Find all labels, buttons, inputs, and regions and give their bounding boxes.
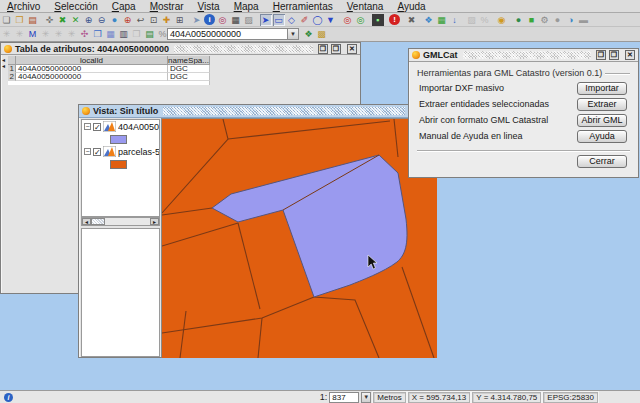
zoom-rect-icon[interactable]: ⊡: [148, 14, 160, 26]
edit-disabled-icon[interactable]: ▨: [466, 14, 478, 26]
layer-item[interactable]: −✓parcelas-5804: [82, 145, 159, 158]
select-lasso-icon[interactable]: ✐: [299, 14, 311, 26]
tree-collapse-icon[interactable]: −: [84, 123, 91, 130]
menu-seleccion[interactable]: Selección: [47, 1, 104, 12]
preferences-tools-icon[interactable]: ✖: [406, 14, 418, 26]
reference-combo-value[interactable]: 404A0050000000: [168, 29, 287, 39]
attribute-table-titlebar[interactable]: Tabla de atributos: 404A0050000000 ❐ ❐ ✕: [1, 43, 360, 55]
layer-item[interactable]: −✓404A0050000: [82, 120, 159, 133]
zoom-extents-icon[interactable]: ✖: [57, 14, 69, 26]
window-grid-icon[interactable]: ▦: [105, 28, 117, 40]
hyperlink-tool-icon[interactable]: ◎: [217, 14, 229, 26]
add-layer-icon[interactable]: ✚: [161, 14, 173, 26]
info-tool-icon[interactable]: i: [204, 14, 215, 25]
menu-mostrar[interactable]: Mostrar: [143, 1, 191, 12]
monitors-icon[interactable]: ▥: [118, 28, 130, 40]
arrow-tool-icon[interactable]: ➤: [191, 14, 203, 26]
attribute-table[interactable]: localIdnameSpa...1404A0050000000DGC2404A…: [8, 56, 210, 85]
combo-dropdown-icon[interactable]: ▼: [287, 29, 298, 39]
cerrar-button[interactable]: Cerrar: [577, 155, 627, 168]
animation-icon[interactable]: ▪: [372, 14, 384, 26]
pan-tool-icon[interactable]: ✜: [44, 14, 56, 26]
menu-ayuda[interactable]: Ayuda: [390, 1, 432, 12]
wms-globe-icon[interactable]: ●: [513, 14, 525, 26]
zoom-red-icon[interactable]: ⊕: [122, 14, 134, 26]
menu-herramientas[interactable]: Herramientas: [266, 1, 340, 12]
star-disabled-4-icon[interactable]: ✳: [53, 28, 65, 40]
minimized-tool-icon[interactable]: ▬: [578, 14, 590, 26]
star-disabled-2-icon[interactable]: ✳: [14, 28, 26, 40]
column-header[interactable]: localId: [16, 56, 168, 65]
vista-window[interactable]: Vista: Sin título ❐ ❐ −✓404A0050000−✓par…: [78, 104, 437, 358]
layer-visibility-checkbox[interactable]: ✓: [93, 123, 101, 131]
menu-mapa[interactable]: Mapa: [227, 1, 266, 12]
error-console-icon[interactable]: !: [389, 14, 400, 25]
minimize-icon[interactable]: ❐: [596, 50, 606, 60]
save-project-icon[interactable]: ▤: [27, 14, 39, 26]
catalog-search-icon[interactable]: ◉: [496, 14, 508, 26]
copy-disabled-icon[interactable]: ❐: [131, 28, 143, 40]
layer-label[interactable]: 404A0050000: [118, 122, 159, 132]
map-canvas[interactable]: [161, 118, 436, 357]
abrir-gml-button[interactable]: Abrir GML: [577, 114, 627, 127]
menu-vista[interactable]: Vista: [191, 1, 227, 12]
globe-gray-icon[interactable]: ●: [552, 14, 564, 26]
minimize-icon[interactable]: ❐: [318, 44, 328, 54]
export-layer-icon[interactable]: ▤: [144, 28, 156, 40]
scale-input[interactable]: 837: [329, 392, 359, 403]
scale-dropdown-icon[interactable]: ▼: [361, 392, 371, 403]
layer-symbol-swatch[interactable]: [110, 135, 127, 144]
add-event-table-icon[interactable]: ▦: [436, 14, 448, 26]
geoprocess-globe-icon[interactable]: ❖: [423, 14, 435, 26]
toc-horizontal-scrollbar[interactable]: ◂ ▸: [81, 217, 160, 226]
locate-green-icon[interactable]: ◎: [355, 14, 367, 26]
importar-button[interactable]: Importar: [577, 82, 627, 95]
layer-visibility-checkbox[interactable]: ✓: [93, 148, 101, 156]
maximize-icon[interactable]: ❐: [331, 44, 341, 54]
settings-gear-icon[interactable]: ⚙: [539, 14, 551, 26]
scroll-left-icon[interactable]: ◂: [82, 218, 91, 225]
zoom-selection-icon[interactable]: ✕: [70, 14, 82, 26]
spline-tool-icon[interactable]: ✣: [79, 28, 91, 40]
star-disabled-1-icon[interactable]: ✳: [1, 28, 13, 40]
close-icon[interactable]: ✕: [347, 44, 357, 54]
map-frame-icon[interactable]: ⊞: [174, 14, 186, 26]
add-gml-table-icon[interactable]: ❖: [303, 28, 315, 40]
zoom-world-icon[interactable]: ●: [109, 14, 121, 26]
select-polygon-icon[interactable]: ◇: [286, 14, 298, 26]
select-point-icon[interactable]: ➤: [260, 14, 272, 26]
locate-red-icon[interactable]: ◎: [342, 14, 354, 26]
menu-archivo[interactable]: Archivo: [0, 1, 47, 12]
layer-label[interactable]: parcelas-5804: [118, 147, 159, 157]
open-project-icon[interactable]: ❐: [14, 14, 26, 26]
menu-ventana[interactable]: Ventana: [340, 1, 391, 12]
globe-edit-icon[interactable]: ◑: [565, 14, 577, 26]
gmlcat-dialog[interactable]: GMLCat ❐ ❐ ✕ Herramientas para GML Catas…: [408, 48, 639, 178]
measure-m-icon[interactable]: M: [27, 28, 39, 40]
snap-disabled-icon[interactable]: %: [479, 14, 491, 26]
layer-symbol-swatch[interactable]: [110, 160, 127, 169]
new-document-icon[interactable]: ❏: [1, 14, 13, 26]
vista-titlebar[interactable]: Vista: Sin título ❐ ❐: [79, 105, 436, 118]
extraer-button[interactable]: Extraer: [577, 98, 627, 111]
reference-combo[interactable]: 404A0050000000 ▼: [167, 28, 299, 40]
zoom-previous-icon[interactable]: ↩: [135, 14, 147, 26]
gmlcat-titlebar[interactable]: GMLCat ❐ ❐ ✕: [409, 49, 638, 62]
tree-collapse-icon[interactable]: −: [84, 148, 91, 155]
raster-tile-icon[interactable]: ■: [526, 14, 538, 26]
gml-key-tool-icon[interactable]: ▩: [316, 28, 328, 40]
star-disabled-5-icon[interactable]: ✳: [66, 28, 78, 40]
select-rectangle-icon[interactable]: ▭: [273, 14, 285, 26]
zoom-in-icon[interactable]: ⊕: [83, 14, 95, 26]
close-icon[interactable]: ✕: [625, 50, 635, 60]
doc-zoom-icon[interactable]: ❒: [92, 28, 104, 40]
maximize-icon[interactable]: ❐: [609, 50, 619, 60]
scrollbar-thumb[interactable]: [91, 218, 105, 225]
clear-selection-icon[interactable]: ▨: [243, 14, 255, 26]
column-header[interactable]: nameSpa...: [168, 56, 210, 65]
select-circle-icon[interactable]: ◯: [312, 14, 324, 26]
layer-tree[interactable]: −✓404A0050000−✓parcelas-5804: [81, 119, 160, 217]
menu-capa[interactable]: Capa: [105, 1, 143, 12]
star-disabled-3-icon[interactable]: ✳: [40, 28, 52, 40]
zoom-out-icon[interactable]: ⊖: [96, 14, 108, 26]
